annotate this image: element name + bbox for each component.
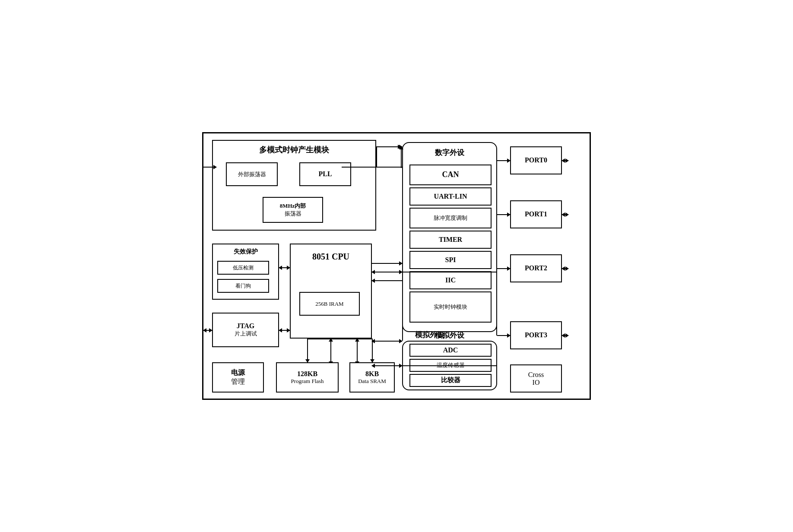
jtag-box: JTAG 片上调试 xyxy=(212,313,279,347)
can-label: CAN xyxy=(442,170,459,180)
port0-box: PORT0 xyxy=(510,146,562,174)
cpu-bottom-hbus xyxy=(307,339,373,339)
ext-osc-block: 外部振荡器 xyxy=(226,162,278,186)
to-port0-arrow xyxy=(497,160,510,161)
digital-periph-title: 数字外设 xyxy=(435,148,464,158)
clock-module-title: 多模式时钟产生模块 xyxy=(259,145,329,155)
input-arrow xyxy=(203,167,216,168)
watchdog-label: 看门狗 xyxy=(235,282,251,290)
cpu-to-digital-arrow xyxy=(372,263,402,264)
power-label1: 电源 xyxy=(231,368,245,377)
analog-bus-arrow xyxy=(372,365,402,366)
jtag-label2: 片上调试 xyxy=(235,330,257,338)
rtc-label: 实时时钟模块 xyxy=(434,303,467,311)
digital-periph-box: 数字外设 CAN UART-LIN 脉冲宽度调制 TIMER SPI IIC 实… xyxy=(402,142,497,332)
int-osc-label2: 振荡器 xyxy=(285,210,301,218)
jtag-label1: JTAG xyxy=(237,322,254,330)
iic-block: IIC xyxy=(409,271,492,289)
port2-right-arrow xyxy=(562,268,568,269)
iram-block: 256B IRAM xyxy=(299,292,360,316)
jtag-cpu-arrow xyxy=(279,330,290,331)
comp-label: 比较器 xyxy=(441,376,460,385)
uart-label: UART-LIN xyxy=(434,192,467,201)
adc-label: ADC xyxy=(443,346,458,355)
port2-label: PORT2 xyxy=(525,264,547,273)
analog-periph-label: 模拟外设 xyxy=(415,330,444,340)
digital-to-cpu-arrow xyxy=(372,280,402,281)
cpu-box: 8051 CPU 256B IRAM xyxy=(290,244,372,339)
failsafe-box: 失效保护 低压检测 看门狗 xyxy=(212,244,279,300)
sram-label2: Data SRAM xyxy=(358,378,386,385)
port3-right-arrow xyxy=(562,335,568,336)
adc-block: ADC xyxy=(409,344,492,357)
to-sram-arrow xyxy=(372,339,373,362)
cross-io-box: Cross IO xyxy=(510,364,562,393)
port1-right-arrow xyxy=(562,214,568,215)
timer-label: TIMER xyxy=(439,235,462,244)
ext-osc-label: 外部振荡器 xyxy=(238,171,266,178)
cpu-sram-arrow xyxy=(357,339,358,364)
horiz-bus-digital xyxy=(402,272,496,272)
digital-bus-arrow xyxy=(372,272,402,272)
port2-box: PORT2 xyxy=(510,254,562,282)
power-label2: 管理 xyxy=(231,377,245,386)
clock-up-arrow xyxy=(401,146,402,168)
timer-block: TIMER xyxy=(409,231,492,249)
lvd-block: 低压检测 xyxy=(217,261,269,275)
port1-box: PORT1 xyxy=(510,200,562,228)
failsafe-cpu-arrow xyxy=(279,267,290,268)
right-bus-vert xyxy=(496,160,497,336)
pwm-block: 脉冲宽度调制 xyxy=(409,208,492,228)
spi-label: SPI xyxy=(445,256,456,265)
flash-box: 128KB Program Flash xyxy=(276,362,339,393)
pll-out-h xyxy=(342,167,376,168)
clock-module-box: 多模式时钟产生模块 外部振荡器 PLL 8MHz内部 振荡器 xyxy=(212,140,376,231)
flash-label2: Program Flash xyxy=(291,378,324,385)
port3-box: PORT3 xyxy=(510,321,562,349)
lvd-label: 低压检测 xyxy=(233,264,254,272)
cross-io-label2: IO xyxy=(533,379,540,386)
jtag-left-arrow xyxy=(203,330,212,331)
clk-digital-top-arrow xyxy=(376,146,402,147)
port1-label: PORT1 xyxy=(525,210,547,219)
port0-label: PORT0 xyxy=(525,156,547,165)
port3-label: PORT3 xyxy=(525,331,547,340)
to-port1-arrow xyxy=(497,214,510,215)
watchdog-block: 看门狗 xyxy=(217,279,269,293)
center-vert-bus xyxy=(402,272,403,341)
to-port3-arrow xyxy=(497,335,510,336)
sram-label1: 8KB xyxy=(365,370,379,378)
pll-out-v xyxy=(376,146,377,167)
horiz-bus-analog xyxy=(402,365,496,366)
uart-block: UART-LIN xyxy=(409,187,492,206)
comp-block: 比较器 xyxy=(409,374,492,387)
port0-right-arrow xyxy=(562,160,568,161)
flash-label1: 128KB xyxy=(297,370,317,378)
int-osc-block: 8MHz内部 振荡器 xyxy=(263,197,323,223)
int-osc-label1: 8MHz内部 xyxy=(280,202,306,210)
to-port2-arrow xyxy=(497,268,510,269)
to-flash-arrow xyxy=(307,339,308,362)
diagram: 多模式时钟产生模块 外部振荡器 PLL 8MHz内部 振荡器 失效保护 低压检测… xyxy=(202,132,591,400)
iic-label: IIC xyxy=(445,276,456,285)
spi-block: SPI xyxy=(409,251,492,269)
pll-block: PLL xyxy=(299,162,351,186)
power-box: 电源 管理 xyxy=(212,362,264,393)
pll-label: PLL xyxy=(318,170,332,179)
cpu-flash-arrow xyxy=(330,339,331,364)
failsafe-title: 失效保护 xyxy=(234,248,258,256)
iram-label: 256B IRAM xyxy=(315,301,343,307)
cpu-analog-arrow xyxy=(372,341,402,342)
can-block: CAN xyxy=(409,165,492,185)
cpu-title: 8051 CPU xyxy=(312,251,349,262)
rtc-block: 实时时钟模块 xyxy=(409,291,492,323)
pwm-label: 脉冲宽度调制 xyxy=(434,214,467,222)
cross-io-label1: Cross xyxy=(528,371,544,379)
